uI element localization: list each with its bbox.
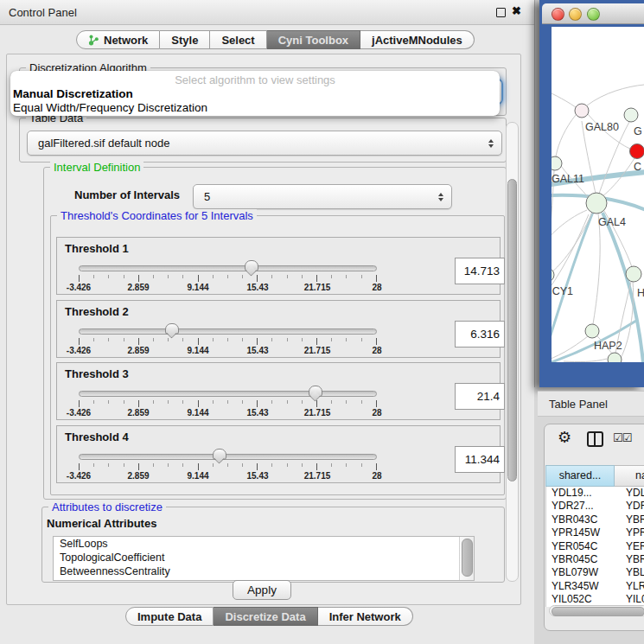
tick-mark bbox=[376, 463, 377, 470]
minimize-light-yellow-icon[interactable] bbox=[569, 8, 582, 21]
slider-track[interactable] bbox=[79, 265, 377, 271]
tab-network[interactable]: Network bbox=[76, 30, 160, 49]
tick-mark bbox=[182, 338, 183, 341]
tick-label: 15.43 bbox=[246, 283, 268, 292]
table-row[interactable]: YBR045CYBR0... bbox=[546, 553, 644, 566]
tab-jactivemnodules[interactable]: jActiveMNodules bbox=[360, 30, 475, 49]
tab-select[interactable]: Select bbox=[210, 30, 266, 49]
slider-thumb-icon[interactable] bbox=[165, 323, 179, 335]
slider-track[interactable] bbox=[79, 391, 377, 397]
tick-mark bbox=[302, 463, 303, 467]
tab-style[interactable]: Style bbox=[160, 30, 210, 49]
scrollbar-thumb[interactable] bbox=[552, 607, 644, 616]
close-light-red-icon[interactable] bbox=[552, 8, 564, 21]
interval-definition-group: Interval Definition Number of Intervals … bbox=[43, 167, 507, 500]
network-node-gal4[interactable] bbox=[586, 193, 607, 214]
slider-ticks bbox=[79, 400, 377, 407]
tick-mark bbox=[182, 463, 183, 467]
table-horizontal-scrollbar[interactable] bbox=[549, 605, 644, 616]
tab-infer-network[interactable]: Infer Network bbox=[318, 607, 413, 626]
table-row[interactable]: YPR145WYPR1... bbox=[546, 526, 644, 539]
threshold-value-field[interactable]: 14.713 bbox=[455, 258, 505, 284]
tick-mark bbox=[257, 400, 258, 407]
network-node-gal80[interactable] bbox=[575, 104, 589, 118]
table-row[interactable]: YDR27...YDR2... bbox=[546, 500, 644, 513]
tab-impute-data[interactable]: Impute Data bbox=[125, 607, 214, 626]
list-item[interactable]: BetweennessCentrality bbox=[54, 564, 474, 578]
network-node-h[interactable] bbox=[626, 266, 641, 282]
tick-mark bbox=[227, 400, 228, 404]
threshold-value-field[interactable]: 21.4 bbox=[455, 383, 505, 410]
settings-gear-icon[interactable]: ⚙ bbox=[558, 429, 571, 446]
tick-mark bbox=[346, 400, 347, 404]
node-table: shared...na... YDL19...YDL1...YDR27...YD… bbox=[545, 465, 644, 607]
close-icon[interactable]: ✖ bbox=[512, 4, 521, 17]
threshold-slider[interactable]: -3.4262.8599.14415.4321.71528 bbox=[79, 387, 377, 417]
network-node[interactable] bbox=[608, 353, 622, 362]
slider-thumb-icon[interactable] bbox=[309, 386, 322, 397]
zoom-light-green-icon[interactable] bbox=[587, 8, 600, 21]
table-row[interactable]: YLR345WYLR3... bbox=[546, 580, 644, 593]
column-view-icon[interactable] bbox=[587, 431, 603, 447]
network-node-g[interactable] bbox=[624, 108, 638, 122]
tick-label: 21.715 bbox=[304, 408, 331, 418]
tick-mark bbox=[302, 338, 303, 341]
control-panel-titlebar: Control Panel ✖ bbox=[0, 0, 534, 25]
slider-thumb-icon[interactable] bbox=[245, 260, 258, 271]
tick-label: 21.715 bbox=[304, 283, 331, 292]
tick-label: 9.144 bbox=[187, 471, 208, 481]
tick-mark bbox=[79, 275, 80, 282]
content-scrollbar[interactable] bbox=[506, 122, 519, 582]
apply-button[interactable]: Apply bbox=[233, 580, 291, 600]
dropdown-options: Manual DiscretizationEqual Width/Frequen… bbox=[10, 87, 500, 115]
scrollbar-thumb[interactable] bbox=[507, 179, 517, 481]
list-scrollbar[interactable] bbox=[459, 537, 474, 580]
node-label: GAL80 bbox=[585, 121, 619, 133]
network-edge bbox=[552, 88, 576, 107]
threshold-slider[interactable]: -3.4262.8599.14415.4321.71528 bbox=[79, 262, 377, 291]
slider-tick-labels: -3.4262.8599.14415.4321.71528 bbox=[79, 471, 377, 481]
threshold-slider[interactable]: -3.4262.8599.14415.4321.71528 bbox=[79, 450, 377, 480]
network-icon bbox=[88, 34, 99, 46]
network-canvas[interactable]: GAL80GCGAL11GAL4GCY1HHAP2 bbox=[552, 27, 644, 362]
table-row[interactable]: YDL19...YDL1... bbox=[546, 487, 644, 500]
tick-mark bbox=[108, 400, 109, 404]
threshold-value-field[interactable]: 11.344 bbox=[455, 446, 505, 473]
table-row[interactable]: YBR043CYBR0... bbox=[546, 513, 644, 526]
dropdown-option-manual-discretization[interactable]: Manual Discretization bbox=[10, 87, 500, 101]
cell-shared-name: YLR345W bbox=[546, 580, 617, 593]
tick-label: 15.43 bbox=[246, 346, 268, 355]
threshold-slider[interactable]: -3.4262.8599.14415.4321.71528 bbox=[79, 325, 377, 354]
column-header-na[interactable]: na... bbox=[615, 465, 644, 487]
tab-discretize-data[interactable]: Discretize Data bbox=[214, 607, 317, 626]
network-node-c[interactable] bbox=[630, 144, 644, 159]
tick-mark bbox=[287, 400, 288, 404]
number-of-intervals-combobox[interactable]: 5 bbox=[193, 184, 452, 209]
tab-label: Infer Network bbox=[329, 610, 401, 623]
tick-mark bbox=[168, 463, 169, 467]
tab-cyni-toolbox[interactable]: Cyni Toolbox bbox=[267, 30, 360, 49]
tick-label: 9.144 bbox=[187, 408, 208, 418]
cell-shared-name: YDL19... bbox=[546, 487, 617, 500]
tick-mark bbox=[153, 400, 154, 404]
select-columns-icon[interactable]: ☑☑ bbox=[613, 431, 631, 444]
scrollbar-thumb[interactable] bbox=[462, 539, 473, 577]
slider-thumb-icon[interactable] bbox=[213, 449, 226, 460]
list-item[interactable]: SelfLoops bbox=[54, 537, 474, 551]
table-data-combobox[interactable]: galFiltered.sif default node bbox=[27, 131, 502, 156]
numerical-attributes-list[interactable]: SelfLoopsTopologicalCoefficientBetweenne… bbox=[53, 536, 475, 581]
network-node-gal11[interactable] bbox=[552, 156, 562, 170]
table-row[interactable]: YER054CYER0... bbox=[546, 540, 644, 553]
threshold-value-field[interactable]: 6.316 bbox=[455, 321, 505, 348]
slider-track[interactable] bbox=[79, 328, 377, 335]
attributes-group: Attributes to discretize Numerical Attri… bbox=[41, 507, 505, 583]
tick-mark bbox=[361, 275, 362, 278]
column-header-shared[interactable]: shared... bbox=[545, 465, 615, 487]
table-row[interactable]: YBL079WYBL0... bbox=[546, 566, 644, 579]
network-window-titlebar[interactable] bbox=[542, 3, 644, 24]
network-node-hap2[interactable] bbox=[585, 324, 599, 338]
float-icon[interactable] bbox=[496, 8, 506, 17]
dropdown-option-equal-width-frequency-discretization[interactable]: Equal Width/Frequency Discretization bbox=[10, 101, 500, 115]
list-item[interactable]: TopologicalCoefficient bbox=[54, 551, 474, 564]
slider-track[interactable] bbox=[79, 454, 377, 460]
